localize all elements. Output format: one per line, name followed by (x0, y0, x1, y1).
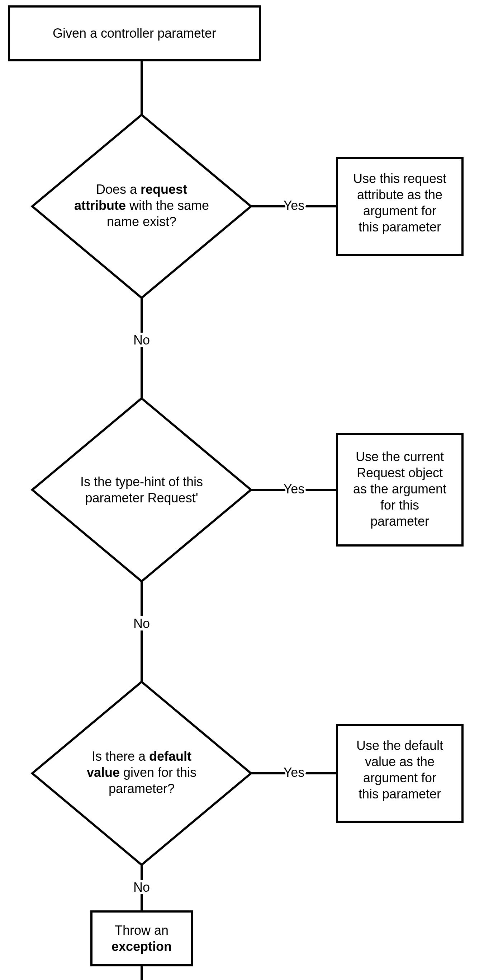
node-result-2: Use the current Request object as the ar… (337, 434, 462, 546)
r3-l1: Use the default (356, 738, 443, 753)
label-yes-1: Yes (284, 198, 305, 213)
r3-l2: value as the (365, 754, 435, 769)
d3-line2: value given for this (87, 765, 197, 780)
node-decision-2: Is the type-hint of this parameter Reque… (32, 398, 251, 581)
label-no-1: No (133, 332, 150, 347)
node-start: Given a controller parameter (9, 6, 260, 60)
d2-l1: Is the type-hint of this (80, 474, 203, 489)
d1-line3: name exist? (107, 214, 176, 229)
r1-l2: attribute as the (357, 187, 443, 202)
node-decision-1: Does a request attribute with the same n… (32, 115, 251, 298)
end-l2: exception (111, 939, 172, 954)
start-label: Given a controller parameter (53, 26, 216, 41)
d3-line1: Is there a default (92, 749, 192, 764)
r2-l1: Use the current (355, 449, 444, 464)
d3-line3: parameter? (109, 781, 175, 796)
r3-l4: this parameter (359, 787, 441, 801)
label-yes-3: Yes (284, 765, 305, 780)
label-no-3: No (133, 880, 150, 895)
r2-l2: Request object (357, 465, 443, 480)
node-result-1: Use this request attribute as the argume… (337, 158, 462, 255)
svg-rect-7 (91, 912, 192, 965)
flowchart-canvas: Given a controller parameter Does a requ… (0, 0, 503, 980)
r1-l4: this parameter (359, 220, 441, 234)
r3-l3: argument for (363, 770, 436, 785)
r2-l3: as the argument (353, 482, 446, 496)
end-l1: Throw an (115, 923, 168, 938)
label-yes-2: Yes (284, 482, 305, 496)
d2-l2: parameter Request' (85, 490, 198, 505)
node-end: Throw an exception (91, 912, 192, 965)
node-decision-3: Is there a default value given for this … (32, 682, 251, 865)
r1-l3: argument for (363, 204, 436, 218)
r2-l4: for this (381, 498, 419, 512)
r1-l1: Use this request (353, 171, 446, 186)
node-result-3: Use the default value as the argument fo… (337, 725, 462, 822)
label-no-2: No (133, 616, 150, 631)
svg-marker-3 (32, 398, 251, 581)
d1-line2: attribute with the same (74, 198, 209, 213)
r2-l5: parameter (370, 514, 429, 528)
d1-line1: Does a request (96, 182, 187, 197)
